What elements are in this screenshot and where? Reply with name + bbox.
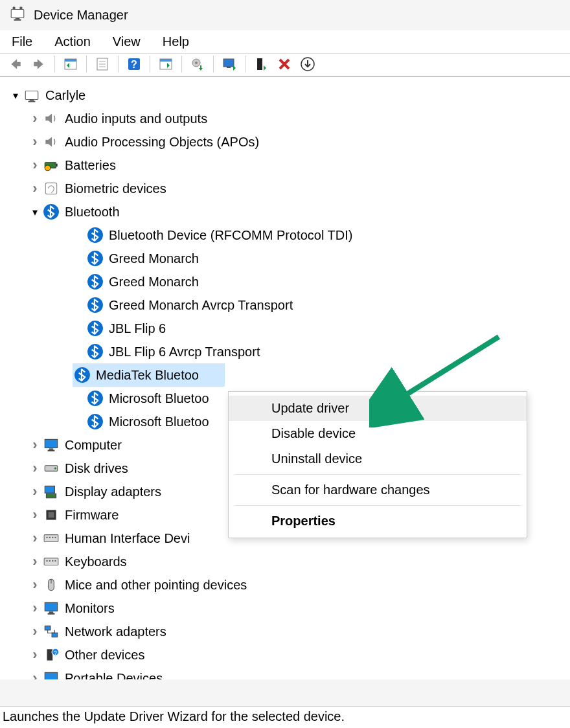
svg-rect-20 bbox=[200, 65, 201, 69]
menu-view[interactable]: View bbox=[113, 34, 141, 49]
expand-icon[interactable] bbox=[28, 157, 41, 174]
enable-icon[interactable] bbox=[252, 55, 270, 73]
device-item[interactable]: Greed Monarch Avrcp Transport bbox=[0, 293, 570, 317]
bluetooth-icon bbox=[41, 202, 61, 222]
device-label: JBL Flip 6 Avrcp Transport bbox=[109, 345, 260, 359]
root-label: Carlyle bbox=[45, 88, 86, 103]
expand-icon[interactable] bbox=[28, 670, 41, 679]
svg-point-4 bbox=[19, 6, 22, 9]
category-other[interactable]: ?Other devices bbox=[0, 643, 570, 666]
device-tree[interactable]: Carlyle Audio inputs and outputsAudio Pr… bbox=[0, 77, 570, 679]
svg-rect-62 bbox=[54, 560, 56, 562]
expand-icon[interactable] bbox=[28, 460, 41, 477]
device-label: Greed Monarch Avrcp Transport bbox=[109, 298, 293, 313]
svg-rect-57 bbox=[54, 537, 56, 538]
category-label: Audio Processing Objects (APOs) bbox=[65, 135, 259, 150]
category-monitors[interactable]: Monitors bbox=[0, 597, 570, 620]
keyboard-icon bbox=[41, 529, 61, 548]
category-label: Audio inputs and outputs bbox=[65, 111, 207, 126]
category-mice[interactable]: Mice and other pointing devices bbox=[0, 573, 570, 597]
svg-text:?: ? bbox=[131, 59, 137, 70]
device-item[interactable]: Bluetooth Device (RFCOMM Protocol TDI) bbox=[0, 223, 570, 247]
separator bbox=[86, 56, 87, 73]
category-audio-io[interactable]: Audio inputs and outputs bbox=[0, 107, 570, 130]
device-item[interactable]: MediaTek Bluetoo bbox=[0, 363, 570, 387]
device-item[interactable]: JBL Flip 6 bbox=[0, 317, 570, 340]
separator bbox=[245, 56, 245, 73]
expand-icon[interactable] bbox=[28, 110, 41, 127]
expand-icon[interactable] bbox=[28, 623, 41, 640]
properties-icon[interactable] bbox=[93, 55, 111, 73]
expand-icon[interactable] bbox=[28, 206, 41, 218]
category-bluetooth[interactable]: Bluetooth bbox=[0, 200, 570, 223]
menu-file[interactable]: File bbox=[12, 34, 32, 49]
svg-rect-69 bbox=[52, 633, 58, 637]
expand-icon[interactable] bbox=[28, 553, 41, 570]
ctx-update-driver[interactable]: Update driver bbox=[229, 396, 527, 421]
category-apo[interactable]: Audio Processing Objects (APOs) bbox=[0, 130, 570, 154]
disable-icon[interactable] bbox=[275, 55, 293, 73]
expand-icon[interactable] bbox=[28, 600, 41, 617]
show-hidden-icon[interactable] bbox=[62, 55, 80, 73]
category-network[interactable]: Network adapters bbox=[0, 620, 570, 643]
bluetooth-icon bbox=[86, 342, 105, 361]
category-batteries[interactable]: Batteries bbox=[0, 154, 570, 177]
expand-icon[interactable] bbox=[28, 483, 41, 500]
category-keyboards[interactable]: Keyboards bbox=[0, 550, 570, 573]
separator bbox=[235, 474, 520, 475]
back-icon[interactable] bbox=[6, 55, 25, 73]
svg-rect-22 bbox=[227, 67, 231, 68]
svg-rect-65 bbox=[45, 602, 58, 611]
expand-icon[interactable] bbox=[28, 646, 41, 663]
device-label: Microsoft Bluetoo bbox=[109, 391, 209, 406]
expand-icon[interactable] bbox=[9, 89, 22, 102]
expand-icon[interactable] bbox=[28, 530, 41, 547]
svg-rect-50 bbox=[46, 494, 56, 498]
expand-icon[interactable] bbox=[28, 576, 41, 593]
ctx-properties[interactable]: Properties bbox=[229, 508, 527, 534]
monitor-icon bbox=[41, 668, 61, 679]
category-portable[interactable]: Portable Devices bbox=[0, 666, 570, 679]
svg-text:?: ? bbox=[54, 650, 57, 656]
device-label: JBL Flip 6 bbox=[109, 321, 166, 336]
status-bar: Launches the Update Driver Wizard for th… bbox=[0, 706, 570, 728]
category-label: Other devices bbox=[65, 648, 144, 663]
monitor-icon bbox=[41, 435, 61, 455]
expand-icon[interactable] bbox=[28, 133, 41, 150]
bluetooth-icon bbox=[86, 389, 105, 408]
expand-icon[interactable] bbox=[28, 506, 41, 523]
down-arrow-icon[interactable] bbox=[299, 55, 317, 73]
toolbar: ? bbox=[0, 54, 570, 77]
svg-rect-68 bbox=[45, 626, 51, 630]
ctx-uninstall-device[interactable]: Uninstall device bbox=[229, 446, 527, 472]
device-label: Greed Monarch bbox=[109, 275, 199, 290]
expand-icon[interactable] bbox=[28, 180, 41, 197]
svg-marker-25 bbox=[264, 65, 266, 71]
root-node[interactable]: Carlyle bbox=[0, 84, 570, 107]
monitor-icon[interactable] bbox=[220, 55, 238, 73]
svg-rect-24 bbox=[257, 58, 262, 70]
category-label: Portable Devices bbox=[65, 671, 163, 680]
expand-icon[interactable] bbox=[28, 437, 41, 453]
category-biometric[interactable]: Biometric devices bbox=[0, 177, 570, 200]
title-bar: Device Manager bbox=[0, 0, 570, 30]
menu-action[interactable]: Action bbox=[54, 34, 91, 49]
svg-rect-67 bbox=[48, 613, 55, 615]
svg-rect-60 bbox=[49, 560, 51, 562]
device-item[interactable]: JBL Flip 6 Avrcp Transport bbox=[0, 340, 570, 363]
forward-icon[interactable] bbox=[30, 55, 48, 73]
help-icon[interactable]: ? bbox=[125, 55, 143, 73]
device-item[interactable]: Greed Monarch bbox=[0, 270, 570, 293]
separator bbox=[181, 56, 182, 73]
svg-rect-55 bbox=[49, 537, 51, 538]
svg-rect-21 bbox=[223, 59, 234, 67]
category-label: Display adapters bbox=[65, 484, 161, 499]
ctx-disable-device[interactable]: Disable device bbox=[229, 421, 527, 446]
ctx-scan-hardware[interactable]: Scan for hardware changes bbox=[229, 477, 527, 503]
menu-help[interactable]: Help bbox=[163, 34, 189, 49]
scan-icon[interactable] bbox=[157, 55, 175, 73]
device-item[interactable]: Greed Monarch bbox=[0, 247, 570, 270]
svg-rect-27 bbox=[25, 91, 38, 100]
update-driver-icon[interactable] bbox=[188, 55, 207, 73]
device-manager-icon bbox=[9, 5, 26, 25]
